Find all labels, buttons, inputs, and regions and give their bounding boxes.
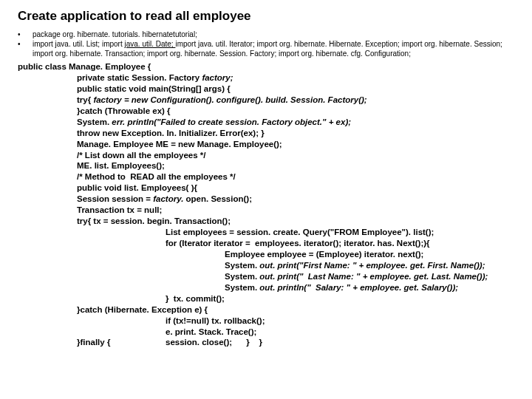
code-line: public void list. Employees( ){ (77, 183, 197, 192)
slide-title: Create application to read all employee (18, 9, 514, 24)
code-line: Transaction tx = null; (77, 205, 162, 214)
code-line: if (tx!=null) tx. rollback(); (166, 316, 265, 325)
bullet-dot: • (18, 30, 33, 39)
bullet-text: import java. util. List; import java. ut… (33, 39, 514, 58)
code-line: /* Method to READ all the employees */ (77, 172, 236, 181)
text-underline: java. util. Date; (124, 40, 175, 48)
code-line: System. out. print(" Last Name: " + empl… (225, 272, 488, 281)
code-line: session. close(); } } (166, 337, 262, 348)
code-line: Employee employee = (Employee) iterator.… (225, 250, 423, 259)
code-line: System. out. println(" Salary: " + emplo… (225, 283, 458, 292)
code-line: }finally { (77, 337, 136, 348)
code-line: }catch (Hibernate. Exception e) { (77, 305, 208, 314)
code-line: }catch (Throwable ex) { (77, 106, 171, 115)
code-line: System. out. print("First Name: " + empl… (225, 261, 485, 270)
code-line: System. err. println("Failed to create s… (77, 117, 351, 126)
code-line: try{ tx = session. begin. Transaction(); (77, 216, 231, 225)
code-line: Session session = factory. open. Session… (77, 194, 252, 203)
code-line: ME. list. Employees(); (77, 161, 165, 170)
code-line: public static void main(String[] args) { (77, 84, 231, 93)
code-line: try{ factory = new Configuration(). conf… (77, 95, 367, 104)
bullet-text: package org. hibernate. tutorials. hiber… (33, 30, 514, 39)
code-line: private static Session. Factory factory; (77, 73, 233, 82)
code-line: Manage. Employee ME = new Manage. Employ… (77, 140, 282, 149)
import-bullets: • package org. hibernate. tutorials. hib… (18, 30, 514, 58)
code-line: public class Manage. Employee { (18, 62, 151, 71)
bullet-dot: • (18, 39, 33, 58)
code-line: e. print. Stack. Trace(); (166, 327, 256, 336)
code-line: throw new Exception. In. Initializer. Er… (77, 129, 265, 137)
code-line: for (Iterator iterator = employees. iter… (166, 239, 430, 248)
code-line: } tx. commit(); (166, 294, 225, 303)
text: import java. util. List; import (33, 40, 124, 48)
code-line: List employees = session. create. Query(… (166, 228, 434, 236)
code-block: public class Manage. Employee { private … (18, 61, 514, 348)
code-line: /* List down all the employees */ (77, 151, 205, 160)
